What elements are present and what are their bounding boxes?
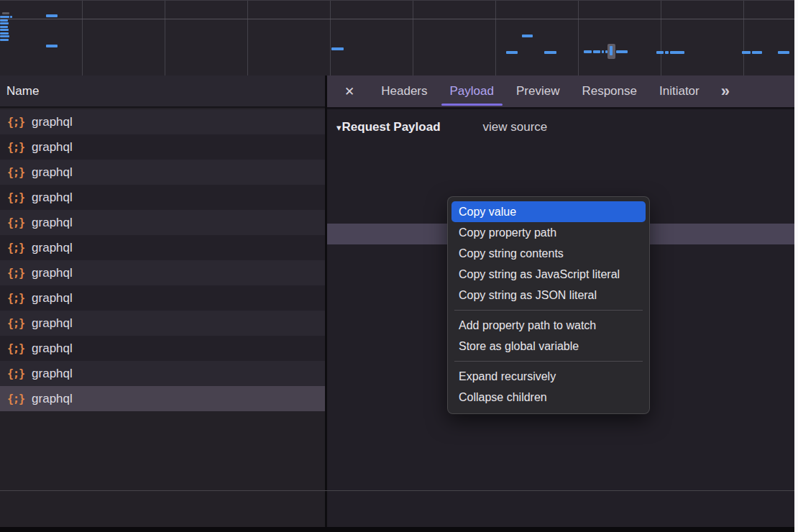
menu-item-copy-string-as-json-literal[interactable]: Copy string as JSON literal [448,285,649,306]
overview-request-bar [10,16,12,18]
json-braces-icon: {;} [7,317,24,330]
section-collapse-icon[interactable]: ▾ [336,122,341,133]
json-braces-icon: {;} [7,242,24,254]
overview-gridline [330,1,331,75]
menu-item-collapse-children[interactable]: Collapse children [448,387,649,408]
menu-item-add-property-path-to-watch[interactable]: Add property path to watch [448,315,649,336]
overview-request-bar [46,45,58,47]
overview-gridline [413,1,413,75]
request-row[interactable]: {;}graphql [0,109,326,134]
menu-separator [454,361,643,362]
request-row[interactable]: {;}graphql [0,285,326,311]
menu-separator [454,310,643,311]
menu-item-copy-value[interactable]: Copy value [451,201,646,222]
tab-payload[interactable]: Payload [450,75,494,107]
request-name: graphql [32,191,73,205]
request-name: graphql [32,341,73,356]
overview-request-bar [656,51,664,54]
devtools-window: Name {;}graphql{;}graphql{;}graphql{;}gr… [0,0,798,532]
name-column-header[interactable]: Name [0,75,326,108]
menu-item-expand-recursively[interactable]: Expand recursively [448,366,649,387]
overview-gridline [165,1,165,75]
tab-initiator[interactable]: Initiator [659,75,700,107]
request-row[interactable]: {;}graphql [0,134,326,160]
request-row[interactable]: {;}graphql [0,311,326,336]
request-row[interactable]: {;}graphql [0,260,326,285]
overview-row-divider [0,19,794,19]
json-braces-icon: {;} [7,191,24,204]
overview-request-bar [522,35,533,37]
request-name: graphql [32,115,73,129]
overview-gridline [743,1,744,75]
tab-headers[interactable]: Headers [381,75,427,107]
overview-gridline [578,1,579,75]
overview-request-bar [0,29,9,31]
menu-item-copy-string-contents[interactable]: Copy string contents [448,243,649,264]
json-braces-icon: {;} [7,267,24,280]
request-row[interactable]: {;}graphql [0,160,326,185]
request-name: graphql [32,316,73,331]
request-row[interactable]: {;}graphql [0,336,326,361]
overview-request-bar [0,26,8,28]
overview-request-bar [778,51,789,54]
overview-request-bar [602,50,604,53]
request-row[interactable]: {;}graphql [0,235,326,260]
overview-request-bar [665,51,669,54]
tabs-container: HeadersPayloadPreviewResponseInitiator [359,75,699,107]
overview-request-bar [670,51,684,54]
overview-request-bar [331,47,344,50]
overview-request-bar [506,51,518,54]
request-name: graphql [32,392,73,406]
json-braces-icon: {;} [7,342,24,355]
close-icon[interactable]: ✕ [340,75,359,107]
overview-gridline [247,1,248,75]
details-tab-bar: ✕ HeadersPayloadPreviewResponseInitiator… [327,75,794,109]
view-source-link[interactable]: view source [483,120,548,134]
menu-item-copy-string-as-javascript-literal[interactable]: Copy string as JavaScript literal [448,264,649,285]
json-braces-icon: {;} [7,141,24,154]
window-bottom-edge [0,527,794,532]
overview-request-bar [0,39,9,41]
request-list-panel: Name {;}graphql{;}graphql{;}graphql{;}gr… [0,75,326,527]
request-name: graphql [32,216,73,230]
overview-request-bar [0,22,9,24]
overview-gridline [661,1,661,75]
footer-divider [0,490,794,491]
overview-request-bar [610,46,613,55]
overview-gridline [495,1,496,75]
request-row[interactable]: {;}graphql [0,361,326,386]
overview-request-bar [0,32,9,35]
context-menu: Copy valueCopy property pathCopy string … [447,196,650,414]
request-name: graphql [32,266,73,280]
page-background-edge [794,0,798,532]
request-row[interactable]: {;}graphql [0,185,326,210]
request-row[interactable]: {;}graphql [0,210,326,235]
request-name: graphql [32,140,73,155]
overview-request-bar [0,35,9,37]
overview-request-bar [593,50,600,53]
json-braces-icon: {;} [7,116,24,129]
name-column-label: Name [6,84,39,98]
overview-request-bar [544,51,556,54]
json-braces-icon: {;} [7,393,24,405]
overview-request-bar [0,16,9,18]
more-tabs-icon[interactable]: » [721,75,728,107]
json-braces-icon: {;} [7,367,24,380]
menu-item-store-as-global-variable[interactable]: Store as global variable [448,336,649,357]
request-row[interactable]: {;}graphql [0,386,326,411]
overview-request-bar [616,50,628,53]
overview-request-bar [742,51,751,54]
menu-item-copy-property-path[interactable]: Copy property path [448,222,649,243]
overview-request-bar [46,14,58,17]
overview-gridline [82,1,83,75]
json-braces-icon: {;} [7,166,24,179]
tab-response[interactable]: Response [582,75,637,107]
tab-preview[interactable]: Preview [516,75,559,107]
section-title: Request Payload [342,120,441,134]
request-name: graphql [32,165,73,180]
json-braces-icon: {;} [7,292,24,305]
payload-section-header: ▾ Request Payload view source [336,120,547,134]
overview-request-bar [584,50,592,53]
network-overview[interactable] [0,0,794,75]
request-name: graphql [32,291,73,306]
